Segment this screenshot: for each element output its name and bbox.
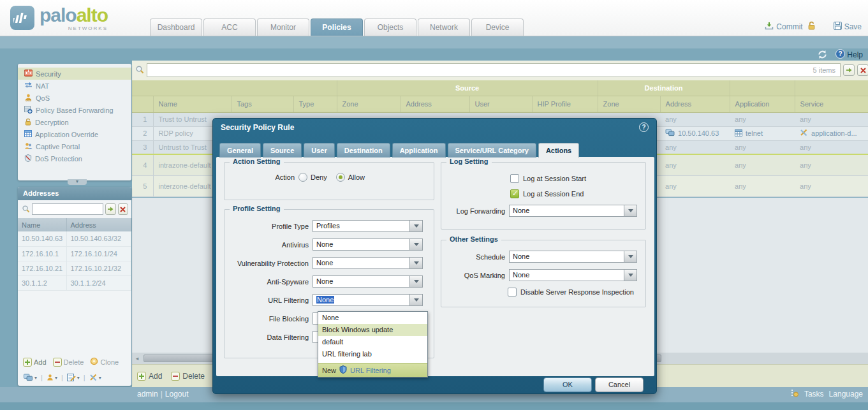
rules-search-input[interactable] [147,63,841,77]
profile-type-select[interactable]: Profiles [313,220,423,232]
log-session-end-checkbox[interactable] [510,189,519,198]
dst-address-cell: any [660,175,730,196]
antivirus-select[interactable]: None [313,238,423,251]
search-apply-button[interactable] [843,64,855,76]
schedule-select[interactable]: None [509,251,637,263]
tab-objects[interactable]: Objects [364,18,416,36]
help-button[interactable]: ? Help [835,49,863,61]
dropdown-arrow-icon[interactable] [409,257,423,269]
address-row[interactable]: 172.16.10.21172.16.10.21/32 [18,261,131,275]
dropdown-arrow-icon[interactable] [409,238,423,251]
sidebar-item-decryption[interactable]: Decryption [18,116,131,128]
col-user[interactable]: User [469,96,532,112]
commit-lock-icon[interactable] [807,21,816,32]
cancel-button[interactable]: Cancel [595,377,644,392]
action-allow-radio[interactable] [336,173,345,182]
dropdown-arrow-icon[interactable] [624,205,637,217]
address-row[interactable]: 30.1.1.230.1.1.2/24 [18,275,131,290]
addresses-search-apply-button[interactable] [105,203,116,215]
address-row[interactable]: 10.50.140.6310.50.140.63/32 [18,231,131,246]
dialog-tab-destination[interactable]: Destination [337,143,390,157]
dialog-tab-service-url-category[interactable]: Service/URL Category [448,143,536,157]
anti-spyware-select[interactable]: None [313,275,423,288]
col-name[interactable]: Name [153,96,232,112]
user-menu-button[interactable]: ▾ [47,374,57,381]
col-type[interactable]: Type [293,96,337,112]
tab-network[interactable]: Network [418,18,470,36]
commit-button[interactable]: Commit [765,22,802,32]
tab-dashboard[interactable]: Dashboard [150,18,202,36]
edit-menu-button[interactable]: ▾ [67,374,80,381]
dropdown-option-block-windows-update[interactable]: Block Windows update [318,324,427,336]
tab-device[interactable]: Device [471,18,524,36]
tab-monitor[interactable]: Monitor [257,18,309,36]
sidebar-item-captive-portal[interactable]: Captive Portal [18,140,131,152]
addr-col-address[interactable]: Address [66,218,131,231]
dropdown-option-none[interactable]: None [318,312,427,324]
refresh-icon[interactable] [817,50,828,61]
objects-menu-button[interactable]: ▾ [23,374,37,381]
service-cell: application-d... [795,126,868,140]
dropdown-option-default[interactable]: default [318,336,427,348]
dialog-tab-user[interactable]: User [304,143,334,157]
tools-menu-button[interactable]: ▾ [89,374,101,381]
col-hip-profile[interactable]: HIP Profile [532,96,598,112]
clone-address-button[interactable]: Clone [90,357,119,367]
sidebar-item-qos[interactable]: QoS QoS [18,92,131,104]
policy-forwarding-icon [24,106,33,115]
dropdown-arrow-icon[interactable] [624,251,637,263]
log-session-start-checkbox[interactable] [510,174,519,183]
dialog-help-icon[interactable]: ? [639,122,649,132]
dialog-tab-general[interactable]: General [219,143,261,157]
url-filtering-select[interactable]: None [313,294,423,306]
add-address-button[interactable]: Add [23,358,47,367]
col-application[interactable]: Application [730,96,795,112]
dialog-tab-actions[interactable]: Actions [538,143,579,157]
dropdown-arrow-icon[interactable] [409,294,423,306]
panel-collapse-handle[interactable]: ▼ [68,179,87,185]
addresses-search-clear-button[interactable] [118,203,129,215]
addr-col-name[interactable]: Name [18,218,66,231]
application-icon [735,129,742,138]
logout-link[interactable]: Logout [165,390,189,399]
sidebar-item-security[interactable]: Security [18,68,131,80]
disable-server-response-inspection-checkbox[interactable] [508,288,517,297]
sidebar-item-nat[interactable]: NAT [18,80,131,92]
address-row[interactable]: 172.16.10.1172.16.10.1/24 [18,246,131,261]
dropdown-arrow-icon[interactable] [624,269,637,281]
col-dst-address[interactable]: Address [660,96,730,112]
dropdown-arrow-icon[interactable] [409,220,423,232]
add-rule-button[interactable]: Add [137,372,162,381]
qos-marking-select[interactable]: None [509,269,637,281]
col-src-address[interactable]: Address [401,96,469,112]
dialog-tab-application[interactable]: Application [392,143,446,157]
vulnerability-protection-select[interactable]: None [313,257,423,269]
delete-rule-button[interactable]: Delete [171,372,205,381]
dropdown-option-url-filtering-lab[interactable]: URL filtering lab [318,348,427,360]
language-button[interactable]: Language [829,390,863,399]
delete-address-button[interactable]: Delete [53,358,84,367]
log-forwarding-select[interactable]: None [509,205,637,217]
ok-button[interactable]: OK [543,377,592,392]
anti-spyware-label: Anti-Spyware [224,278,309,286]
main-nav: Dashboard ACC Monitor Policies Objects N… [150,18,524,36]
col-tags[interactable]: Tags [232,96,293,112]
col-src-zone[interactable]: Zone [337,96,401,112]
sidebar-item-application-override[interactable]: Application Override [18,128,131,140]
col-dst-zone[interactable]: Zone [598,96,660,112]
new-url-filtering-link[interactable]: URL Filtering [350,367,391,374]
scroll-left-arrow[interactable]: ◂ [132,355,142,362]
col-service[interactable]: Service [795,96,868,112]
search-clear-button[interactable] [857,64,868,76]
save-button[interactable]: Save [834,22,862,32]
sidebar-item-dos-protection[interactable]: DoS Protection [18,152,131,165]
dropdown-arrow-icon[interactable] [409,275,423,288]
dialog-tab-source[interactable]: Source [263,143,302,157]
addresses-search-input[interactable] [32,203,103,215]
action-deny-radio[interactable] [298,173,307,182]
tab-acc[interactable]: ACC [203,18,256,36]
tab-policies[interactable]: Policies [311,18,363,36]
dialog-body: Action Setting Action Deny Allow Profile… [216,157,654,376]
tasks-button[interactable]: Tasks [804,390,824,399]
sidebar-item-policy-based-forwarding[interactable]: Policy Based Forwarding [18,104,131,116]
